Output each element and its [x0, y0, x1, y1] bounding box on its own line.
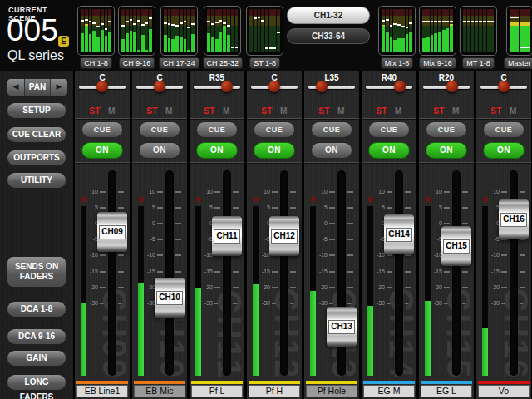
- channel-name[interactable]: Pf Hole: [306, 385, 357, 397]
- meter-group[interactable]: CH 25-32: [203, 6, 244, 69]
- cue-button[interactable]: CUE: [81, 121, 123, 138]
- pan-slider[interactable]: [419, 81, 474, 94]
- mode-next-icon[interactable]: ▶: [50, 79, 67, 96]
- cue-button[interactable]: CUE: [254, 121, 295, 138]
- cue-button[interactable]: CUE: [368, 121, 410, 138]
- fader-cap[interactable]: CH14: [384, 214, 414, 254]
- setup-button[interactable]: SETUP: [7, 102, 66, 119]
- channel-name[interactable]: EG L: [421, 385, 472, 397]
- fader-cap[interactable]: CH09: [97, 212, 127, 252]
- fader-scale-tick: [100, 207, 106, 209]
- pan-knob-icon[interactable]: [221, 81, 233, 92]
- outports-button[interactable]: OUTPORTS: [7, 150, 66, 166]
- bank-button-ch33-64[interactable]: CH33-64: [287, 28, 370, 44]
- meter-group[interactable]: MT 1-8: [460, 6, 497, 69]
- fader-scale-label: -5: [198, 236, 213, 242]
- pan-knob-icon[interactable]: [96, 81, 108, 92]
- channel-name[interactable]: EB Mic: [134, 385, 185, 397]
- on-button[interactable]: ON: [368, 142, 410, 159]
- meter-group[interactable]: CH 17-24: [159, 6, 200, 69]
- fader-cap[interactable]: CH12: [269, 216, 299, 256]
- fader-scale-tick: [118, 254, 124, 256]
- gain-button[interactable]: GAIN: [7, 350, 66, 367]
- fader-scale-label: 5: [255, 204, 270, 210]
- on-button[interactable]: ON: [196, 142, 238, 159]
- channel-name[interactable]: EG M: [363, 385, 415, 397]
- meter-column: [187, 9, 190, 52]
- meter-group[interactable]: Mix 1-8: [378, 6, 416, 69]
- pan-slider[interactable]: [75, 81, 130, 94]
- fader-track[interactable]: [165, 170, 174, 376]
- meter-column: [101, 9, 104, 52]
- long-faders-button[interactable]: LONG FADERS: [7, 374, 66, 391]
- level-meter: [195, 206, 201, 376]
- cue-button[interactable]: CUE: [311, 121, 352, 138]
- meter-column: [145, 9, 149, 52]
- on-button[interactable]: ON: [254, 142, 295, 159]
- on-button[interactable]: ON: [311, 142, 352, 159]
- fader-cap[interactable]: CH15: [441, 226, 471, 266]
- fader-track[interactable]: [395, 170, 403, 376]
- on-button[interactable]: ON: [483, 142, 525, 159]
- fader-cap[interactable]: CH11: [212, 216, 242, 256]
- fader-track[interactable]: [280, 170, 288, 376]
- meter-group[interactable]: Mix 9-16: [419, 6, 456, 69]
- channel-strip: L35 STM CUE ON CH13 CH13 Pf Hole 1050-5-…: [304, 71, 359, 399]
- fader-track[interactable]: [223, 170, 231, 376]
- pan-slider[interactable]: [247, 81, 302, 94]
- meter-group[interactable]: CH 9-16: [118, 6, 155, 69]
- on-button[interactable]: ON: [81, 142, 123, 159]
- cue-button[interactable]: CUE: [426, 121, 467, 138]
- pan-knob-icon[interactable]: [394, 81, 406, 92]
- fader-scale-tick: [175, 207, 181, 209]
- pan-slider[interactable]: [304, 81, 359, 94]
- fader-scale-label: -10: [140, 252, 155, 258]
- utility-button[interactable]: UTILITY: [7, 172, 66, 189]
- pan-slider[interactable]: [362, 81, 416, 94]
- mono-assign-indicator: M: [452, 106, 460, 116]
- cue-clear-button[interactable]: CUE CLEAR: [7, 126, 66, 143]
- channel-name[interactable]: Vo: [478, 385, 530, 397]
- meter-group[interactable]: Master: [504, 6, 532, 69]
- dca-9-16-button[interactable]: DCA 9-16: [7, 328, 66, 345]
- meter-block: [204, 6, 241, 56]
- meter-column: [130, 9, 133, 52]
- pan-slider[interactable]: [132, 81, 187, 94]
- bank-button-ch1-32[interactable]: CH1-32: [287, 7, 370, 24]
- pan-knob-icon[interactable]: [446, 81, 458, 92]
- scene-panel[interactable]: CURRENT SCENE 005 E QL series: [0, 0, 73, 71]
- on-button[interactable]: ON: [139, 142, 180, 159]
- pan-knob-icon[interactable]: [154, 81, 165, 92]
- pan-knob-icon[interactable]: [316, 81, 328, 92]
- sends-on-faders-button[interactable]: SENDS ON FADERS: [7, 256, 66, 288]
- meter-column: [227, 9, 230, 52]
- meter-group[interactable]: CH 1-8: [77, 6, 115, 69]
- level-meter: [425, 206, 431, 376]
- cue-button[interactable]: CUE: [139, 121, 180, 138]
- pan-slider[interactable]: [190, 81, 244, 94]
- fader-cap[interactable]: CH10: [155, 278, 185, 318]
- channel-name[interactable]: Pf L: [191, 385, 243, 397]
- mode-prev-icon[interactable]: ◀: [7, 79, 25, 96]
- meter-column: [520, 9, 530, 52]
- meter-block: [160, 6, 198, 56]
- dca-1-8-button[interactable]: DCA 1-8: [7, 301, 66, 318]
- fader-cap[interactable]: CH13: [327, 307, 357, 347]
- cue-button[interactable]: CUE: [483, 121, 525, 138]
- channel-name[interactable]: EB Line1: [76, 385, 128, 397]
- pan-knob-icon[interactable]: [498, 81, 510, 92]
- fader-track[interactable]: [452, 170, 461, 376]
- fader-cap[interactable]: CH16: [499, 200, 529, 239]
- meter-columns: [81, 9, 111, 52]
- channel-name[interactable]: Pf H: [249, 385, 300, 397]
- fader-scale-tick: [444, 271, 450, 273]
- pan-knob-icon[interactable]: [268, 81, 280, 92]
- meter-column: [393, 9, 397, 52]
- on-button[interactable]: ON: [426, 142, 467, 159]
- cue-button[interactable]: CUE: [196, 121, 238, 138]
- meter-column: [265, 9, 268, 52]
- fader-track[interactable]: [108, 170, 116, 376]
- meter-group[interactable]: ST 1-8: [246, 6, 283, 69]
- pan-slider[interactable]: [476, 81, 531, 94]
- meter-column: [211, 9, 214, 52]
